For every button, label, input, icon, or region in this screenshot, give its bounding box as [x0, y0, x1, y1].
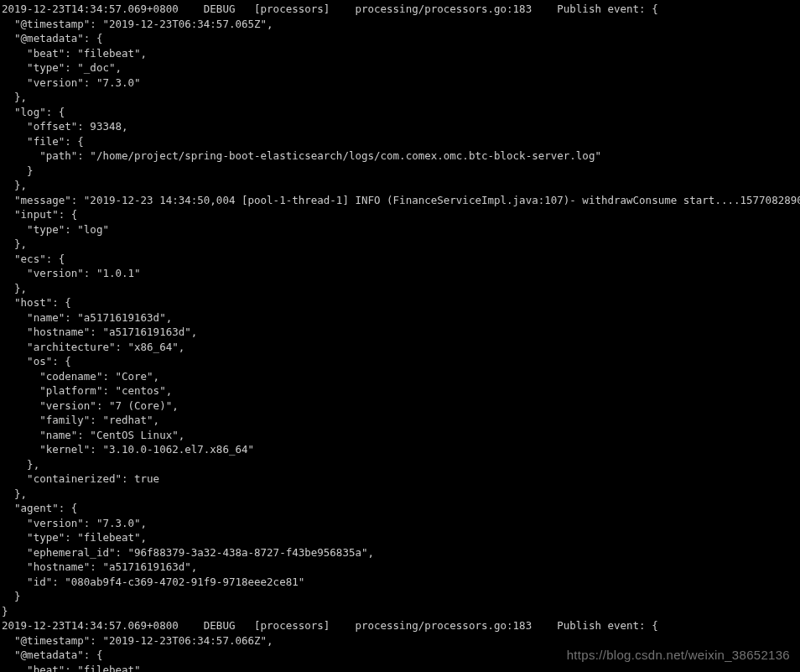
- terminal-log-output[interactable]: 2019-12-23T14:34:57.069+0800 DEBUG [proc…: [2, 2, 800, 672]
- watermark-text: https://blog.csdn.net/weixin_38652136: [567, 646, 790, 664]
